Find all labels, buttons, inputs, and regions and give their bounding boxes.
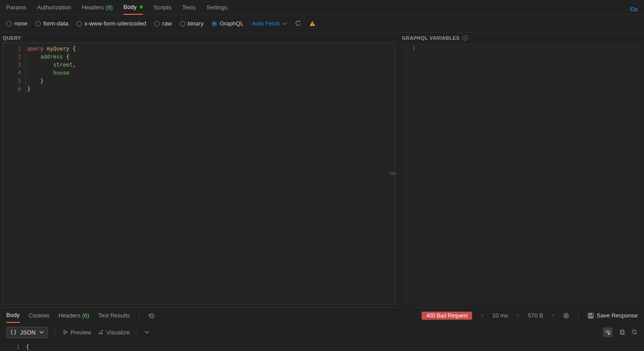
token: { <box>63 54 69 60</box>
radio-icon <box>154 21 160 26</box>
body-type-none[interactable]: none <box>6 20 27 27</box>
svg-point-12 <box>632 330 636 334</box>
chevron-down-icon[interactable] <box>145 330 149 334</box>
tab-headers-label: Headers <box>82 4 104 11</box>
response-code[interactable]: { <box>24 341 644 351</box>
history-icon[interactable] <box>148 313 154 319</box>
tab-authorization[interactable]: Authorization <box>37 4 71 14</box>
variables-editor[interactable]: 1 <box>402 42 641 304</box>
radio-icon <box>77 21 82 26</box>
radio-icon <box>180 21 185 26</box>
play-icon <box>63 330 68 335</box>
token: street <box>53 62 73 68</box>
body-type-label: x-www-form-urlencoded <box>85 20 146 27</box>
svg-rect-0 <box>312 23 313 25</box>
line-number: 3 <box>3 61 21 69</box>
separator-dot-icon: • <box>552 312 554 319</box>
indent-guide <box>26 45 26 93</box>
token <box>27 78 40 84</box>
tab-tests[interactable]: Tests <box>182 4 196 14</box>
body-type-binary[interactable]: binary <box>180 20 204 27</box>
variables-header-label: GRAPHQL VARIABLES <box>402 35 460 41</box>
line-number: 4 <box>3 69 21 77</box>
split-drag-handle[interactable] <box>389 173 396 174</box>
response-tab-test-results[interactable]: Test Results <box>98 309 130 322</box>
query-header: QUERY <box>3 35 396 42</box>
tab-body-label: Body <box>124 4 137 10</box>
body-type-label: raw <box>162 20 172 27</box>
save-response-button[interactable]: Save Response <box>588 312 638 319</box>
body-type-x-www-form-urlencoded[interactable]: x-www-form-urlencoded <box>77 20 146 27</box>
response-tab-body[interactable]: Body <box>6 308 20 323</box>
body-type-label: form-data <box>43 20 68 27</box>
tab-headers[interactable]: Headers (9) <box>82 4 113 14</box>
globe-icon[interactable] <box>563 313 569 319</box>
wrap-lines-icon[interactable] <box>603 327 613 337</box>
variables-gutter: 1 <box>402 42 420 304</box>
token: house <box>53 70 69 76</box>
variables-pane: GRAPHQL VARIABLES i 1 <box>402 35 641 304</box>
copy-icon[interactable] <box>619 329 625 335</box>
token: , <box>73 62 76 68</box>
refresh-schema-icon[interactable] <box>295 21 301 27</box>
token <box>27 70 53 76</box>
response-size: 570 B <box>528 312 543 319</box>
response-gutter: 1 <box>6 341 24 351</box>
svg-rect-10 <box>620 330 623 334</box>
editor-split: QUERY 1 2 3 4 5 6 query myQuery { addres… <box>0 33 644 307</box>
radio-icon <box>6 21 12 26</box>
tab-params[interactable]: Params <box>6 4 26 14</box>
response-tab-headers[interactable]: Headers (6) <box>59 309 90 322</box>
separator-dot-icon: • <box>481 312 483 319</box>
response-editor[interactable]: 1 { <box>0 341 644 351</box>
radio-icon <box>212 21 217 26</box>
query-editor[interactable]: 1 2 3 4 5 6 query myQuery { address { st… <box>3 42 396 304</box>
token <box>27 54 40 60</box>
response-format-label: JSON <box>20 329 36 336</box>
body-type-form-data[interactable]: form-data <box>35 20 68 27</box>
visualize-icon <box>98 329 104 335</box>
svg-rect-11 <box>621 331 624 334</box>
auto-fetch-label: Auto Fetch <box>252 20 280 27</box>
variables-header: GRAPHQL VARIABLES i <box>402 35 641 42</box>
response-tab-cookies[interactable]: Cookies <box>29 309 50 322</box>
svg-point-7 <box>99 333 100 334</box>
svg-point-8 <box>102 330 103 332</box>
tab-scripts[interactable]: Scripts <box>154 4 171 14</box>
preview-label: Preview <box>71 329 91 336</box>
svg-point-9 <box>102 333 103 334</box>
token: address <box>40 54 63 60</box>
search-icon[interactable] <box>631 329 638 335</box>
body-type-label: none <box>14 20 27 27</box>
query-gutter: 1 2 3 4 5 6 <box>3 43 26 304</box>
token: query <box>27 46 43 52</box>
body-type-raw[interactable]: raw <box>154 20 172 27</box>
radio-icon <box>35 21 41 26</box>
info-icon[interactable]: i <box>462 35 468 41</box>
request-tabs: Params Authorization Headers (9) Body Sc… <box>0 0 644 15</box>
body-type-graphql[interactable]: GraphQL <box>212 20 243 27</box>
save-icon <box>588 313 594 319</box>
svg-rect-6 <box>589 314 592 315</box>
divider <box>137 329 137 336</box>
visualize-button[interactable]: Visualize <box>98 329 130 336</box>
tab-body[interactable]: Body <box>124 4 143 15</box>
variables-code[interactable] <box>420 42 641 304</box>
token: } <box>27 86 30 92</box>
svg-rect-1 <box>312 25 313 25</box>
tab-settings[interactable]: Settings <box>206 4 227 14</box>
preview-button[interactable]: Preview <box>63 329 91 336</box>
query-pane: QUERY 1 2 3 4 5 6 query myQuery { addres… <box>3 35 396 304</box>
body-type-label: binary <box>188 20 204 27</box>
chevron-down-icon <box>39 330 44 334</box>
response-format-dropdown[interactable]: JSON <box>6 327 48 338</box>
response-time: 10 ms <box>492 312 508 319</box>
line-number: 2 <box>3 53 21 61</box>
visualize-label: Visualize <box>107 329 130 336</box>
warning-icon[interactable] <box>309 21 316 27</box>
query-code[interactable]: query myQuery { address { street, house … <box>26 43 395 304</box>
response-tab-headers-label: Headers <box>59 312 81 319</box>
auto-fetch-dropdown[interactable]: Auto Fetch <box>252 20 287 27</box>
token: { <box>26 344 29 350</box>
top-right-link[interactable]: Co <box>630 6 638 13</box>
